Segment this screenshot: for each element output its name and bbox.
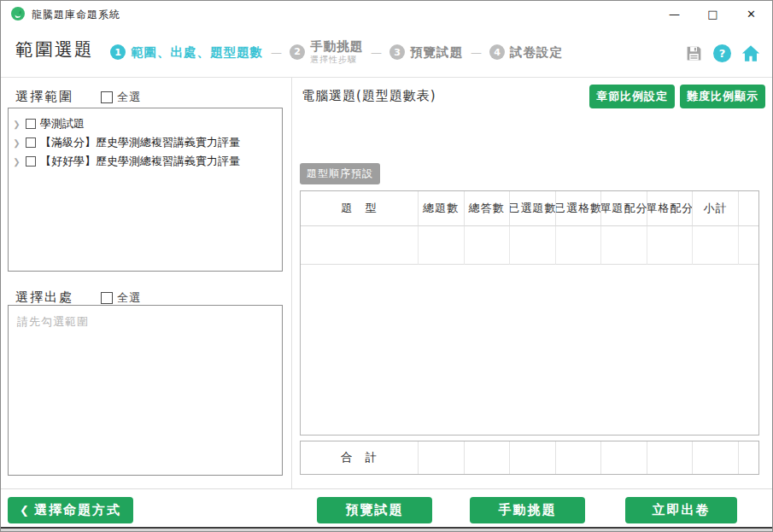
column-header: 題 型	[301, 191, 419, 226]
titlebar: 龍騰題庫命題系統 — □ ✕	[1, 1, 772, 26]
table-cell	[301, 226, 419, 265]
difficulty-ratio-button[interactable]: 難度比例顯示	[680, 85, 765, 108]
generate-paper-button[interactable]: 立即出卷	[625, 497, 737, 523]
column-header-spacer	[739, 191, 758, 226]
step-connector: —	[371, 46, 382, 59]
table-header-row: 題 型 總題數 總答數 已選題數 已選格數 單題配分 單格配分 小計	[301, 191, 758, 226]
table-cell	[601, 226, 647, 265]
source-section-header: 選擇出處 全選	[15, 289, 141, 306]
totals-cell	[465, 441, 511, 474]
totals-cell	[647, 441, 694, 474]
manual-pick-button[interactable]: 手動挑題	[470, 497, 585, 523]
preview-questions-button[interactable]: 預覽試題	[317, 497, 432, 523]
footer-bar: ❮ 選擇命題方式 預覽試題 手動挑題 立即出卷	[1, 489, 772, 528]
window-bottom-edge	[1, 527, 772, 532]
step-2-sublabel: 選擇性步驟	[310, 55, 363, 65]
column-header: 小計	[693, 191, 739, 226]
table-cell-spacer	[739, 226, 758, 265]
help-icon[interactable]: ?	[713, 44, 731, 62]
totals-cell	[419, 441, 465, 474]
totals-cell	[601, 441, 647, 474]
save-icon[interactable]	[684, 44, 703, 62]
step-3-preview[interactable]: 3 預覽試題	[389, 44, 463, 61]
range-tree: ❯ 學測試題 ❯ 【滿級分】歷史學測總複習講義實力評量 ❯ 【好好學】歷史學測總…	[8, 108, 283, 272]
tree-item-label: 學測試題	[40, 116, 85, 132]
tree-item-full-score[interactable]: ❯ 【滿級分】歷史學測總複習講義實力評量	[12, 133, 278, 152]
tree-item-exam-questions[interactable]: ❯ 學測試題	[12, 114, 278, 133]
step-2-label: 手動挑題	[310, 39, 363, 54]
totals-cell-spacer	[739, 441, 758, 474]
page-title: 範圍選題	[15, 38, 94, 61]
step-2-manual-pick[interactable]: 2 手動挑題 選擇性步驟	[290, 39, 363, 64]
maximize-button[interactable]: □	[694, 1, 732, 26]
wizard-steps: 1 範圍、出處、題型題數 — 2 手動挑題 選擇性步驟 — 3 預覽試題 — 4…	[110, 36, 563, 68]
table-cell	[693, 226, 739, 265]
tree-item-checkbox[interactable]	[26, 156, 36, 167]
step-2-number: 2	[290, 44, 305, 60]
tree-item-label: 【滿級分】歷史學測總複習講義實力評量	[40, 135, 240, 150]
minimize-button[interactable]: —	[655, 1, 694, 26]
window-controls: — □ ✕	[655, 1, 770, 26]
home-icon[interactable]	[741, 44, 760, 62]
source-section-title: 選擇出處	[15, 289, 73, 306]
table-row	[301, 226, 758, 265]
totals-label: 合 計	[301, 441, 419, 474]
computer-selection-title: 電腦選題(題型題數表)	[302, 88, 436, 104]
type-order-default-button[interactable]: 題型順序預設	[300, 163, 380, 184]
ratio-buttons: 章節比例設定 難度比例顯示	[589, 85, 765, 108]
source-select-all[interactable]: 全選	[101, 290, 141, 306]
tree-item-checkbox[interactable]	[26, 137, 36, 148]
chapter-ratio-button[interactable]: 章節比例設定	[589, 85, 675, 108]
main-content: 選擇範圍 全選 ❯ 學測試題 ❯ 【滿級分】歷史學測總複習講義實力評量	[1, 78, 772, 489]
table-cell	[556, 226, 602, 265]
back-to-mode-button[interactable]: ❮ 選擇命題方式	[8, 497, 133, 523]
left-panel: 選擇範圍 全選 ❯ 學測試題 ❯ 【滿級分】歷史學測總複習講義實力評量	[1, 78, 292, 488]
chevron-left-icon: ❮	[20, 504, 29, 517]
step-4-number: 4	[489, 44, 505, 60]
table-cell	[647, 226, 694, 265]
tree-item-label: 【好好學】歷史學測總複習講義實力評量	[40, 154, 240, 169]
step-1-label: 範圍、出處、題型題數	[131, 44, 263, 61]
column-header: 單格配分	[647, 191, 694, 226]
range-section-title: 選擇範圍	[15, 89, 73, 105]
column-header: 單題配分	[601, 191, 647, 226]
range-section-header: 選擇範圍 全選	[15, 89, 141, 105]
tree-item-checkbox[interactable]	[26, 119, 36, 129]
app-logo-icon	[11, 7, 25, 20]
step-4-paper-settings[interactable]: 4 試卷設定	[489, 44, 563, 61]
totals-cell	[693, 441, 739, 474]
right-panel: 電腦選題(題型題數表) 章節比例設定 難度比例顯示 題型順序預設 題 型 總題數…	[293, 78, 772, 488]
app-title: 龍騰題庫命題系統	[32, 8, 120, 22]
totals-cell	[510, 441, 556, 474]
totals-row: 合 計	[300, 441, 759, 475]
header: 範圍選題 1 範圍、出處、題型題數 — 2 手動挑題 選擇性步驟 — 3 預覽試…	[1, 26, 772, 78]
chevron-right-icon[interactable]: ❯	[12, 120, 21, 129]
chevron-right-icon[interactable]: ❯	[12, 138, 21, 148]
column-header: 總題數	[419, 191, 465, 226]
tree-item-study-well[interactable]: ❯ 【好好學】歷史學測總複習講義實力評量	[12, 152, 278, 171]
range-select-all-checkbox[interactable]	[101, 91, 113, 103]
range-select-all[interactable]: 全選	[101, 90, 141, 105]
chevron-right-icon[interactable]: ❯	[12, 157, 21, 167]
app-window: 龍騰題庫命題系統 — □ ✕ 範圍選題 1 範圍、出處、題型題數 — 2 手動挑…	[0, 0, 773, 532]
totals-cell	[556, 441, 602, 474]
source-select-all-label: 全選	[117, 290, 141, 306]
table-cell	[510, 226, 556, 265]
range-select-all-label: 全選	[117, 90, 141, 105]
step-3-label: 預覽試題	[410, 44, 463, 61]
step-4-label: 試卷設定	[510, 44, 563, 61]
table-cell	[419, 226, 465, 265]
close-button[interactable]: ✕	[732, 1, 770, 26]
back-button-label: 選擇命題方式	[34, 502, 121, 518]
table-cell	[465, 226, 511, 265]
step-1-number: 1	[110, 44, 126, 60]
column-header: 已選題數	[510, 191, 556, 226]
step-connector: —	[471, 46, 482, 59]
step-connector: —	[271, 46, 282, 59]
source-list-box: 請先勾選範圍	[8, 305, 283, 476]
step-1-range[interactable]: 1 範圍、出處、題型題數	[110, 44, 263, 61]
source-select-all-checkbox[interactable]	[101, 292, 113, 304]
column-header: 已選格數	[556, 191, 602, 226]
column-header: 總答數	[465, 191, 511, 226]
question-type-table: 題 型 總題數 總答數 已選題數 已選格數 單題配分 單格配分 小計	[300, 190, 759, 436]
